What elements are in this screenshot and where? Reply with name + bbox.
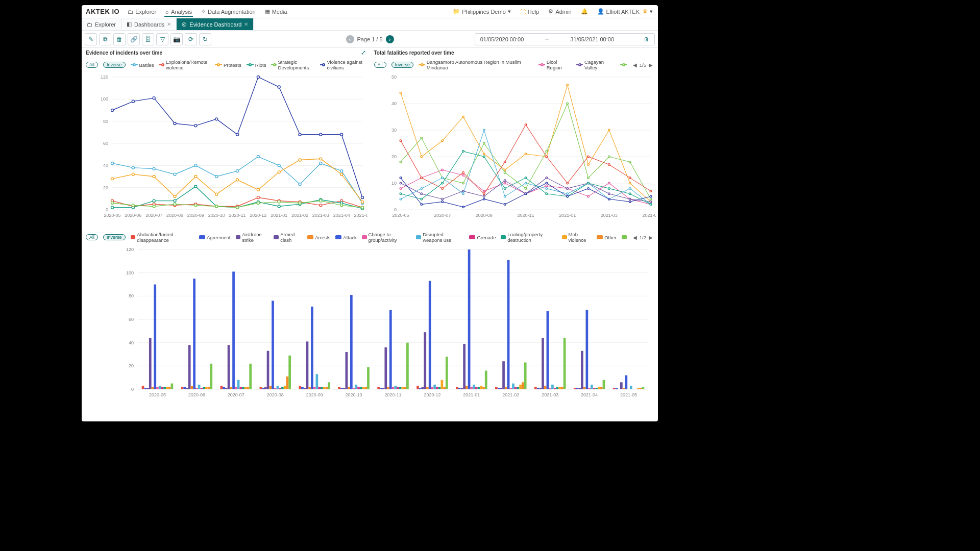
svg-point-98 bbox=[236, 133, 239, 136]
legend-item[interactable]: Explosions/Remote violence bbox=[159, 59, 210, 70]
legend-item[interactable]: Other bbox=[597, 235, 617, 240]
svg-point-196 bbox=[546, 156, 548, 158]
prev-legend-page-button[interactable]: ◀ bbox=[632, 235, 638, 240]
svg-rect-337 bbox=[313, 387, 316, 389]
tab-dashboards[interactable]: ◧Dashboards✕ bbox=[121, 18, 177, 30]
legend-item[interactable]: Battles bbox=[131, 62, 154, 68]
legend-item[interactable]: Abduction/forced disappearance bbox=[131, 232, 194, 243]
legend-item[interactable]: Disrupted weapons use bbox=[416, 232, 464, 243]
notifications-button[interactable]: 🔔 bbox=[580, 6, 589, 17]
legend-item[interactable]: Bangsamoro Autonomous Region in Muslim M… bbox=[419, 59, 533, 70]
gear-icon: ⚙ bbox=[548, 8, 553, 15]
svg-text:2020-09: 2020-09 bbox=[306, 392, 323, 397]
legend-item[interactable]: Strategic Developments bbox=[271, 59, 315, 70]
svg-point-206 bbox=[483, 156, 485, 158]
chart1: 0204060801001202020-052020-062020-072020… bbox=[82, 72, 370, 225]
legend-item[interactable]: Mob violence bbox=[562, 232, 592, 243]
legend-all-button[interactable]: All bbox=[86, 234, 98, 240]
svg-point-154 bbox=[483, 195, 485, 197]
legend-item[interactable]: Air/drone strike bbox=[236, 232, 269, 243]
svg-rect-281 bbox=[146, 388, 149, 389]
nav-media[interactable]: ▦Media bbox=[264, 6, 288, 17]
edit-button[interactable]: ✎ bbox=[85, 33, 97, 45]
legend-inverse-button[interactable]: Inverse bbox=[391, 62, 414, 68]
svg-rect-305 bbox=[581, 351, 583, 389]
legend-item[interactable]: Cagayan Valley bbox=[576, 59, 615, 70]
legend-marker bbox=[416, 235, 421, 239]
svg-point-223 bbox=[566, 195, 568, 197]
help-button[interactable]: ⛶Help bbox=[519, 7, 541, 17]
svg-text:2020-06: 2020-06 bbox=[188, 392, 205, 397]
svg-text:20: 20 bbox=[391, 154, 396, 159]
nav-analysis[interactable]: ⌕Analysis bbox=[164, 7, 193, 17]
svg-point-34 bbox=[257, 156, 259, 158]
svg-point-204 bbox=[441, 182, 443, 184]
legend-item[interactable]: Agreement bbox=[199, 235, 230, 240]
legend-item[interactable]: Protests bbox=[215, 62, 241, 68]
legend-all-button[interactable]: All bbox=[86, 62, 98, 68]
svg-point-158 bbox=[566, 188, 568, 190]
legend-item[interactable]: Bicol Region bbox=[538, 59, 571, 70]
legend-item[interactable]: Armed clash bbox=[274, 232, 302, 243]
svg-point-87 bbox=[278, 201, 280, 203]
legend-item[interactable]: Change to group/activity bbox=[362, 232, 411, 243]
expand-icon[interactable]: ⤢ bbox=[361, 49, 366, 56]
next-page-button[interactable]: › bbox=[386, 35, 394, 43]
prev-legend-page-button[interactable]: ◀ bbox=[632, 62, 638, 68]
date-range-picker[interactable]: 01/05/2020 00:00 → 31/05/2021 00:00 🗓 bbox=[475, 33, 655, 45]
svg-text:120: 120 bbox=[126, 247, 134, 252]
duplicate-button[interactable]: ⧉ bbox=[99, 33, 111, 45]
svg-text:2020-06: 2020-06 bbox=[125, 213, 141, 218]
legend-item[interactable]: Violence against civilians bbox=[320, 59, 365, 70]
admin-button[interactable]: ⚙Admin bbox=[547, 6, 572, 17]
snapshot-button[interactable]: 📷 bbox=[170, 33, 183, 45]
legend-item[interactable]: Arrests bbox=[307, 235, 330, 240]
svg-rect-265 bbox=[534, 387, 537, 389]
next-legend-page-button[interactable]: ▶ bbox=[648, 235, 654, 240]
svg-rect-341 bbox=[470, 387, 473, 389]
tab-explorer[interactable]: 🗀Explorer bbox=[82, 18, 121, 30]
legend-marker bbox=[538, 63, 545, 67]
svg-rect-323 bbox=[272, 300, 274, 389]
legend-item[interactable]: Attack bbox=[335, 235, 356, 240]
legend-inverse-button[interactable]: Inverse bbox=[103, 62, 126, 68]
svg-text:40: 40 bbox=[129, 340, 134, 345]
svg-text:2021-03: 2021-03 bbox=[312, 213, 329, 218]
svg-rect-359 bbox=[161, 387, 164, 389]
close-icon[interactable]: ✕ bbox=[244, 21, 248, 27]
nav-data-augmentation[interactable]: ✧Data Augmentation bbox=[200, 6, 257, 17]
redo-button[interactable]: ↻ bbox=[199, 33, 211, 45]
svg-text:0: 0 bbox=[394, 207, 396, 212]
user-menu[interactable]: 👤Elliott AKTEK♛ ▾ bbox=[596, 6, 654, 17]
svg-point-89 bbox=[320, 199, 322, 202]
svg-rect-268 bbox=[144, 388, 146, 389]
svg-point-217 bbox=[441, 201, 443, 203]
archive-button[interactable]: 🗄 bbox=[142, 33, 154, 45]
legend-all-button[interactable]: All bbox=[374, 62, 386, 68]
svg-point-166 bbox=[462, 182, 464, 184]
svg-text:2020-05: 2020-05 bbox=[149, 392, 166, 397]
svg-rect-347 bbox=[198, 385, 201, 389]
svg-text:2021-01: 2021-01 bbox=[463, 392, 480, 397]
svg-point-82 bbox=[174, 203, 176, 206]
legend-item[interactable]: Grenade bbox=[469, 235, 496, 240]
prev-page-button[interactable]: ‹ bbox=[346, 35, 354, 43]
legend-item[interactable]: Riots bbox=[247, 62, 266, 68]
delete-button[interactable]: 🗑 bbox=[113, 33, 126, 45]
filter-button[interactable]: ▽ bbox=[156, 33, 168, 45]
svg-rect-283 bbox=[225, 388, 228, 389]
svg-rect-378 bbox=[399, 387, 402, 389]
svg-rect-298 bbox=[306, 341, 309, 389]
refresh-button[interactable]: ⟳ bbox=[185, 33, 197, 45]
next-legend-page-button[interactable]: ▶ bbox=[648, 62, 654, 68]
svg-text:2020-09: 2020-09 bbox=[475, 213, 492, 218]
nav-explorer[interactable]: 🗀Explorer bbox=[127, 7, 157, 17]
close-icon[interactable]: ✕ bbox=[167, 21, 171, 27]
legend-item[interactable]: Looting/property destruction bbox=[501, 232, 556, 243]
legend-inverse-button[interactable]: Inverse bbox=[103, 234, 126, 240]
tab-evidence-dashboard[interactable]: ◎Evidence Dashboard✕ bbox=[177, 18, 254, 30]
workspace-selector[interactable]: 📁Philippines Demo ▾ bbox=[452, 6, 512, 17]
chevron-down-icon: ▾ bbox=[508, 8, 511, 15]
link-button[interactable]: 🔗 bbox=[128, 33, 140, 45]
svg-rect-276 bbox=[458, 388, 461, 389]
